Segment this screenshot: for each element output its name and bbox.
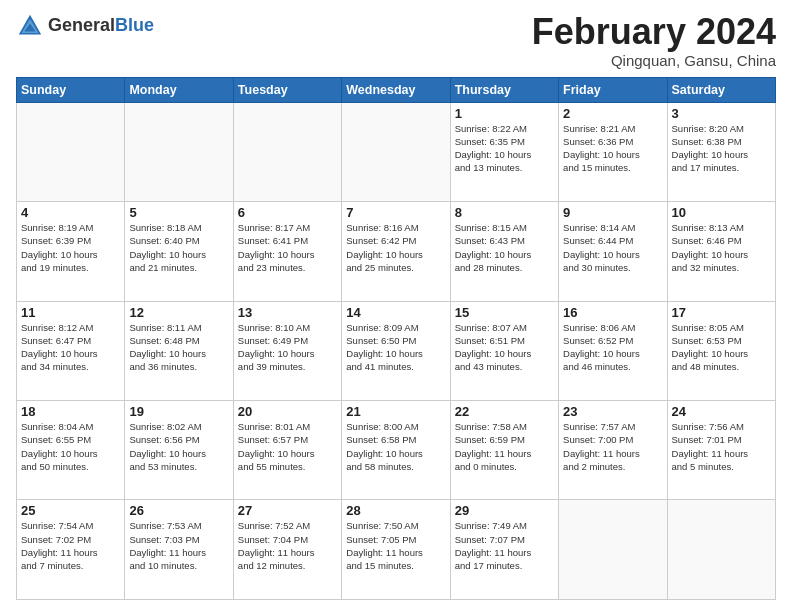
day-info: Sunrise: 7:57 AM Sunset: 7:00 PM Dayligh…: [563, 420, 662, 473]
calendar-cell: 10Sunrise: 8:13 AM Sunset: 6:46 PM Dayli…: [667, 202, 775, 301]
calendar-cell: 24Sunrise: 7:56 AM Sunset: 7:01 PM Dayli…: [667, 401, 775, 500]
day-number: 20: [238, 404, 337, 419]
day-number: 22: [455, 404, 554, 419]
day-number: 2: [563, 106, 662, 121]
calendar-cell: 4Sunrise: 8:19 AM Sunset: 6:39 PM Daylig…: [17, 202, 125, 301]
logo: GeneralBlue: [16, 12, 154, 40]
calendar-cell: 27Sunrise: 7:52 AM Sunset: 7:04 PM Dayli…: [233, 500, 341, 600]
calendar-cell: [559, 500, 667, 600]
calendar-cell: 7Sunrise: 8:16 AM Sunset: 6:42 PM Daylig…: [342, 202, 450, 301]
location: Qingquan, Gansu, China: [532, 52, 776, 69]
day-info: Sunrise: 8:11 AM Sunset: 6:48 PM Dayligh…: [129, 321, 228, 374]
day-info: Sunrise: 8:19 AM Sunset: 6:39 PM Dayligh…: [21, 221, 120, 274]
calendar-cell: 28Sunrise: 7:50 AM Sunset: 7:05 PM Dayli…: [342, 500, 450, 600]
calendar-week-row: 25Sunrise: 7:54 AM Sunset: 7:02 PM Dayli…: [17, 500, 776, 600]
title-block: February 2024 Qingquan, Gansu, China: [532, 12, 776, 69]
day-number: 17: [672, 305, 771, 320]
calendar-cell: [342, 102, 450, 201]
day-info: Sunrise: 8:12 AM Sunset: 6:47 PM Dayligh…: [21, 321, 120, 374]
day-info: Sunrise: 7:52 AM Sunset: 7:04 PM Dayligh…: [238, 519, 337, 572]
calendar-header-row: Sunday Monday Tuesday Wednesday Thursday…: [17, 77, 776, 102]
day-number: 6: [238, 205, 337, 220]
day-number: 15: [455, 305, 554, 320]
calendar-cell: 3Sunrise: 8:20 AM Sunset: 6:38 PM Daylig…: [667, 102, 775, 201]
calendar-cell: 23Sunrise: 7:57 AM Sunset: 7:00 PM Dayli…: [559, 401, 667, 500]
col-monday: Monday: [125, 77, 233, 102]
calendar-cell: 6Sunrise: 8:17 AM Sunset: 6:41 PM Daylig…: [233, 202, 341, 301]
logo-general: General: [48, 15, 115, 35]
calendar-week-row: 4Sunrise: 8:19 AM Sunset: 6:39 PM Daylig…: [17, 202, 776, 301]
col-sunday: Sunday: [17, 77, 125, 102]
day-info: Sunrise: 7:54 AM Sunset: 7:02 PM Dayligh…: [21, 519, 120, 572]
page: GeneralBlue February 2024 Qingquan, Gans…: [0, 0, 792, 612]
day-number: 23: [563, 404, 662, 419]
calendar-cell: [667, 500, 775, 600]
day-number: 13: [238, 305, 337, 320]
calendar-cell: 13Sunrise: 8:10 AM Sunset: 6:49 PM Dayli…: [233, 301, 341, 400]
calendar-cell: 25Sunrise: 7:54 AM Sunset: 7:02 PM Dayli…: [17, 500, 125, 600]
calendar-cell: 20Sunrise: 8:01 AM Sunset: 6:57 PM Dayli…: [233, 401, 341, 500]
day-info: Sunrise: 7:50 AM Sunset: 7:05 PM Dayligh…: [346, 519, 445, 572]
day-info: Sunrise: 8:01 AM Sunset: 6:57 PM Dayligh…: [238, 420, 337, 473]
day-number: 8: [455, 205, 554, 220]
calendar-cell: 22Sunrise: 7:58 AM Sunset: 6:59 PM Dayli…: [450, 401, 558, 500]
day-info: Sunrise: 8:00 AM Sunset: 6:58 PM Dayligh…: [346, 420, 445, 473]
calendar-cell: 12Sunrise: 8:11 AM Sunset: 6:48 PM Dayli…: [125, 301, 233, 400]
day-info: Sunrise: 8:07 AM Sunset: 6:51 PM Dayligh…: [455, 321, 554, 374]
day-number: 16: [563, 305, 662, 320]
calendar-cell: 17Sunrise: 8:05 AM Sunset: 6:53 PM Dayli…: [667, 301, 775, 400]
day-info: Sunrise: 7:49 AM Sunset: 7:07 PM Dayligh…: [455, 519, 554, 572]
day-number: 25: [21, 503, 120, 518]
calendar-cell: 21Sunrise: 8:00 AM Sunset: 6:58 PM Dayli…: [342, 401, 450, 500]
day-number: 1: [455, 106, 554, 121]
day-number: 28: [346, 503, 445, 518]
day-info: Sunrise: 8:17 AM Sunset: 6:41 PM Dayligh…: [238, 221, 337, 274]
col-thursday: Thursday: [450, 77, 558, 102]
day-number: 3: [672, 106, 771, 121]
day-number: 24: [672, 404, 771, 419]
col-friday: Friday: [559, 77, 667, 102]
day-number: 14: [346, 305, 445, 320]
day-info: Sunrise: 8:15 AM Sunset: 6:43 PM Dayligh…: [455, 221, 554, 274]
calendar-cell: 5Sunrise: 8:18 AM Sunset: 6:40 PM Daylig…: [125, 202, 233, 301]
day-info: Sunrise: 8:06 AM Sunset: 6:52 PM Dayligh…: [563, 321, 662, 374]
logo-icon: [16, 12, 44, 40]
day-info: Sunrise: 8:22 AM Sunset: 6:35 PM Dayligh…: [455, 122, 554, 175]
day-number: 27: [238, 503, 337, 518]
col-tuesday: Tuesday: [233, 77, 341, 102]
day-info: Sunrise: 8:21 AM Sunset: 6:36 PM Dayligh…: [563, 122, 662, 175]
day-info: Sunrise: 8:02 AM Sunset: 6:56 PM Dayligh…: [129, 420, 228, 473]
day-info: Sunrise: 8:10 AM Sunset: 6:49 PM Dayligh…: [238, 321, 337, 374]
calendar-cell: 8Sunrise: 8:15 AM Sunset: 6:43 PM Daylig…: [450, 202, 558, 301]
day-info: Sunrise: 8:09 AM Sunset: 6:50 PM Dayligh…: [346, 321, 445, 374]
day-number: 21: [346, 404, 445, 419]
day-info: Sunrise: 8:04 AM Sunset: 6:55 PM Dayligh…: [21, 420, 120, 473]
calendar-cell: 26Sunrise: 7:53 AM Sunset: 7:03 PM Dayli…: [125, 500, 233, 600]
day-number: 12: [129, 305, 228, 320]
calendar-cell: 18Sunrise: 8:04 AM Sunset: 6:55 PM Dayli…: [17, 401, 125, 500]
calendar: Sunday Monday Tuesday Wednesday Thursday…: [16, 77, 776, 600]
day-info: Sunrise: 8:05 AM Sunset: 6:53 PM Dayligh…: [672, 321, 771, 374]
day-info: Sunrise: 8:13 AM Sunset: 6:46 PM Dayligh…: [672, 221, 771, 274]
day-number: 18: [21, 404, 120, 419]
day-number: 19: [129, 404, 228, 419]
day-info: Sunrise: 8:16 AM Sunset: 6:42 PM Dayligh…: [346, 221, 445, 274]
calendar-cell: 11Sunrise: 8:12 AM Sunset: 6:47 PM Dayli…: [17, 301, 125, 400]
day-number: 9: [563, 205, 662, 220]
calendar-cell: [233, 102, 341, 201]
day-number: 10: [672, 205, 771, 220]
day-info: Sunrise: 8:18 AM Sunset: 6:40 PM Dayligh…: [129, 221, 228, 274]
day-number: 11: [21, 305, 120, 320]
logo-text: GeneralBlue: [48, 16, 154, 36]
col-wednesday: Wednesday: [342, 77, 450, 102]
calendar-cell: 15Sunrise: 8:07 AM Sunset: 6:51 PM Dayli…: [450, 301, 558, 400]
day-info: Sunrise: 7:53 AM Sunset: 7:03 PM Dayligh…: [129, 519, 228, 572]
calendar-cell: 29Sunrise: 7:49 AM Sunset: 7:07 PM Dayli…: [450, 500, 558, 600]
calendar-week-row: 1Sunrise: 8:22 AM Sunset: 6:35 PM Daylig…: [17, 102, 776, 201]
day-info: Sunrise: 7:58 AM Sunset: 6:59 PM Dayligh…: [455, 420, 554, 473]
day-number: 26: [129, 503, 228, 518]
calendar-cell: 19Sunrise: 8:02 AM Sunset: 6:56 PM Dayli…: [125, 401, 233, 500]
col-saturday: Saturday: [667, 77, 775, 102]
day-number: 4: [21, 205, 120, 220]
day-info: Sunrise: 8:14 AM Sunset: 6:44 PM Dayligh…: [563, 221, 662, 274]
